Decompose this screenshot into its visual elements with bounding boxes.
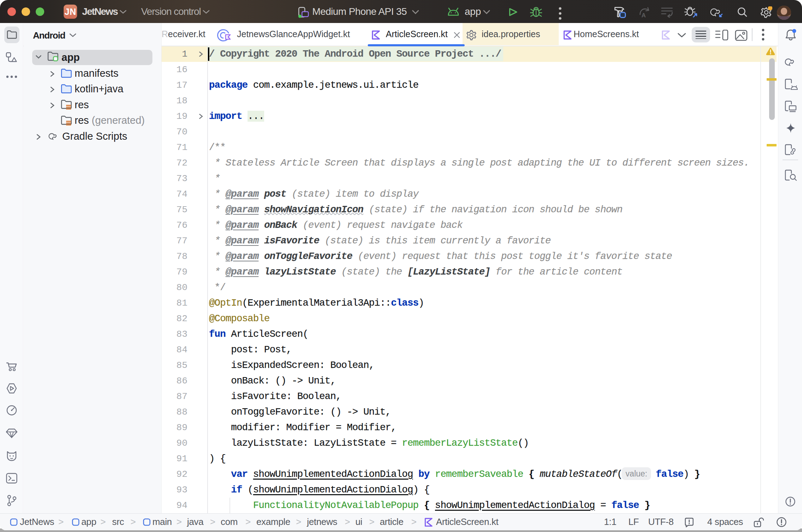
svg-text:A: A: [641, 12, 646, 18]
